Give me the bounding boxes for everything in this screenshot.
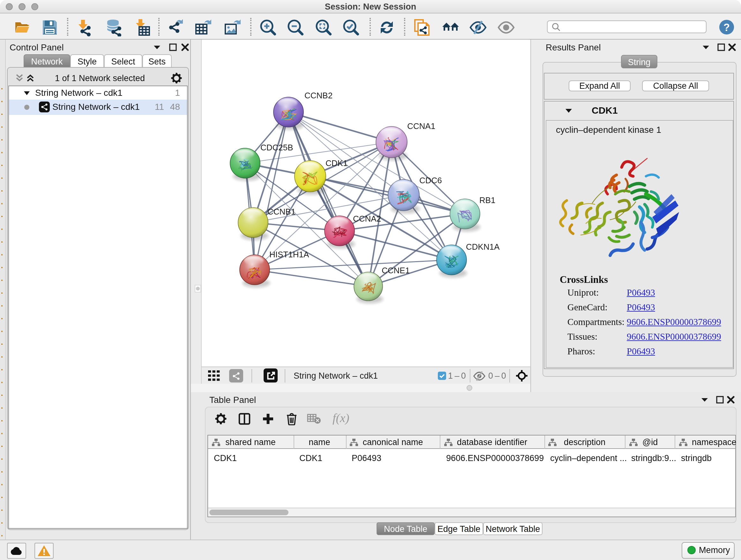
svg-text:CDC6: CDC6 bbox=[419, 176, 442, 185]
svg-text:CCNE1: CCNE1 bbox=[382, 266, 410, 275]
svg-text:CDK1: CDK1 bbox=[326, 159, 347, 168]
svg-text:CCNB1: CCNB1 bbox=[267, 207, 295, 216]
svg-text:RB1: RB1 bbox=[479, 195, 495, 205]
svg-text:CCNA1: CCNA1 bbox=[407, 121, 435, 131]
svg-text:CDKN1A: CDKN1A bbox=[466, 242, 500, 252]
svg-text:CCNB2: CCNB2 bbox=[305, 91, 333, 100]
svg-text:HIST1H1A: HIST1H1A bbox=[269, 250, 309, 259]
svg-text:CCNA2: CCNA2 bbox=[353, 214, 381, 224]
svg-text:?: ? bbox=[724, 21, 730, 33]
svg-text:CDC25B: CDC25B bbox=[260, 143, 293, 152]
